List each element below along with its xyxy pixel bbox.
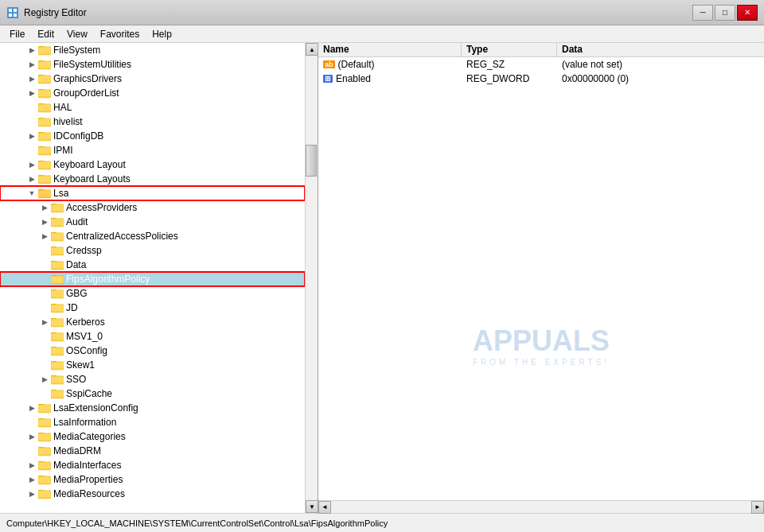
tree-item-osconfig[interactable]: OSConfig: [0, 344, 305, 358]
tree-item-keyboardlayouts[interactable]: ▶ Keyboard Layouts: [0, 172, 305, 186]
tree-item-mediadrm[interactable]: MediaDRM: [0, 444, 305, 458]
tree-item-idconfigdb[interactable]: ▶ IDConfigDB: [0, 129, 305, 143]
tree-item-mediaproperties[interactable]: ▶ MediaProperties: [0, 472, 305, 487]
scroll-down-button[interactable]: ▼: [306, 500, 318, 513]
registry-row[interactable]: ab (Default) REG_SZ (value not set): [318, 57, 764, 72]
tree-item-kerberos[interactable]: ▶ Kerberos: [0, 315, 305, 329]
tree-label: Skew1: [66, 359, 305, 371]
tree-item-grouporderlist[interactable]: ▶ GroupOrderList: [0, 86, 305, 100]
tree-expander[interactable]: ▶: [25, 129, 38, 143]
svg-rect-91: [38, 448, 51, 455]
minimize-button[interactable]: ─: [692, 5, 713, 21]
svg-rect-3: [9, 14, 12, 17]
tree-item-filesystemutilities[interactable]: ▶ FileSystemUtilities: [0, 57, 305, 72]
tree-item-mediainterfaces[interactable]: ▶ MediaInterfaces: [0, 458, 305, 472]
horizontal-scrollbar[interactable]: ◄ ►: [318, 500, 764, 513]
maximize-button[interactable]: □: [715, 5, 735, 21]
tree-expander[interactable]: ▼: [25, 186, 38, 200]
tree-expander-empty: [25, 415, 38, 429]
tree-item-fipsalgorithmpolicy[interactable]: FipsAlgorithmPolicy: [0, 272, 305, 286]
tree-label: CentralizedAccessPolicies: [66, 231, 305, 242]
tree-label: JD: [66, 302, 305, 313]
tree-expander[interactable]: ▶: [25, 57, 38, 72]
tree-item-sspicache[interactable]: SspiCache: [0, 386, 305, 401]
tree-item-hivelist[interactable]: hivelist: [0, 115, 305, 129]
tree-item-data[interactable]: Data: [0, 258, 305, 272]
tree-item-audit[interactable]: ▶ Audit: [0, 215, 305, 229]
tree-expander[interactable]: ▶: [38, 215, 51, 229]
tree-expander[interactable]: ▶: [25, 472, 38, 487]
tree-item-keyboardlayout[interactable]: ▶ Keyboard Layout: [0, 157, 305, 172]
tree-item-graphicsdrivers[interactable]: ▶ GraphicsDrivers: [0, 72, 305, 86]
tree-item-centralizedaccesspolicies[interactable]: ▶ CentralizedAccessPolicies: [0, 229, 305, 243]
svg-rect-49: [51, 247, 64, 254]
scroll-left-button[interactable]: ◄: [318, 501, 331, 514]
tree-expander[interactable]: ▶: [25, 43, 38, 57]
tree-expander[interactable]: ▶: [25, 172, 38, 186]
scroll-up-button[interactable]: ▲: [306, 43, 318, 56]
tree-item-filesystem[interactable]: ▶ FileSystem: [0, 43, 305, 57]
tree-item-skew1[interactable]: Skew1: [0, 358, 305, 372]
svg-rect-28: [38, 147, 51, 154]
registry-row[interactable]: ⊞ Enabled REG_DWORD 0x00000000 (0): [318, 72, 764, 86]
menu-view[interactable]: View: [60, 27, 94, 41]
vertical-scrollbar[interactable]: ▲ ▼: [305, 43, 318, 513]
folder-icon: [38, 159, 51, 170]
tree-expander-empty: [38, 386, 51, 401]
tree-label: GBG: [66, 288, 305, 299]
tree-item-credssp[interactable]: Credssp: [0, 243, 305, 258]
menu-edit[interactable]: Edit: [31, 27, 60, 41]
tree-expander[interactable]: ▶: [25, 401, 38, 415]
svg-rect-40: [51, 204, 64, 212]
tree-expander[interactable]: ▶: [25, 429, 38, 444]
row-data: (value not set): [557, 58, 764, 71]
folder-icon: [51, 302, 64, 313]
tree-expander[interactable]: ▶: [25, 86, 38, 100]
tree-item-gbg[interactable]: GBG: [0, 286, 305, 301]
tree-item-mediaresources[interactable]: ▶ MediaResources: [0, 487, 305, 501]
svg-rect-25: [38, 133, 51, 140]
folder-icon: [51, 359, 64, 371]
folder-icon: [38, 402, 51, 414]
tree-expander[interactable]: ▶: [38, 200, 51, 215]
tree-item-jd[interactable]: JD: [0, 301, 305, 315]
folder-icon: [51, 231, 64, 242]
folder-icon: [38, 59, 51, 70]
tree-item-ipmi[interactable]: IPMI: [0, 143, 305, 157]
tree-content[interactable]: ▶ FileSystem▶ FileSystemUtilities▶ Graph…: [0, 43, 305, 513]
watermark: APPUALS FROM THE EXPERTS!: [473, 324, 610, 367]
folder-icon: [51, 259, 64, 270]
tree-expander-empty: [38, 329, 51, 344]
folder-icon: [38, 145, 51, 156]
tree-item-lsaextensionconfig[interactable]: ▶ LsaExtensionConfig: [0, 401, 305, 415]
reg-sz-icon: ab: [323, 60, 335, 68]
tree-item-mediacategories[interactable]: ▶ MediaCategories: [0, 429, 305, 444]
tree-expander[interactable]: ▶: [25, 72, 38, 86]
tree-expander[interactable]: ▶: [38, 372, 51, 386]
svg-rect-76: [51, 376, 64, 383]
tree-expander[interactable]: ▶: [25, 458, 38, 472]
tree-item-lsainformation[interactable]: LsaInformation: [0, 415, 305, 429]
menu-favorites[interactable]: Favorites: [94, 27, 146, 41]
tree-expander[interactable]: ▶: [38, 229, 51, 243]
title-buttons: ─ □ ✕: [692, 5, 758, 21]
tree-item-accessproviders[interactable]: ▶ AccessProviders: [0, 200, 305, 215]
folder-icon: [38, 402, 51, 414]
svg-rect-88: [38, 433, 51, 441]
main-content: ▶ FileSystem▶ FileSystemUtilities▶ Graph…: [0, 43, 764, 513]
tree-expander[interactable]: ▶: [25, 157, 38, 172]
tree-item-msv1_0[interactable]: MSV1_0: [0, 329, 305, 344]
tree-label: Credssp: [66, 245, 305, 256]
tree-expander[interactable]: ▶: [25, 487, 38, 501]
scroll-right-button[interactable]: ►: [751, 501, 764, 514]
menu-file[interactable]: File: [3, 27, 31, 41]
tree-expander[interactable]: ▶: [38, 315, 51, 329]
close-button[interactable]: ✕: [737, 5, 758, 21]
folder-icon: [38, 116, 51, 127]
tree-item-hal[interactable]: HAL: [0, 100, 305, 115]
tree-item-sso[interactable]: ▶ SSO: [0, 372, 305, 386]
menu-help[interactable]: Help: [146, 27, 178, 41]
scroll-thumb[interactable]: [306, 145, 317, 177]
tree-expander-empty: [38, 258, 51, 272]
tree-item-lsa[interactable]: ▼ Lsa: [0, 186, 305, 200]
